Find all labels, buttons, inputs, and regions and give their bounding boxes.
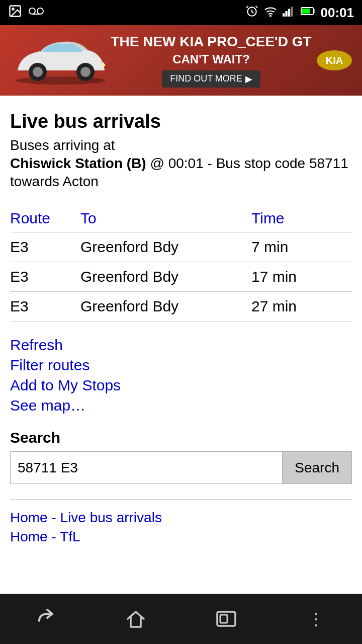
stop-code-label: - Bus stop code	[208, 155, 309, 171]
subtitle-text: Buses arriving at	[10, 137, 115, 153]
col-header-to: To	[80, 205, 251, 232]
ad-cta-arrow: ▶	[245, 73, 252, 85]
svg-point-2	[29, 8, 35, 14]
col-header-route: Route	[10, 205, 80, 232]
status-time: 00:01	[321, 5, 354, 21]
cell-time: 7 min	[251, 232, 352, 262]
svg-rect-10	[285, 11, 287, 17]
svg-point-19	[33, 67, 43, 77]
arrivals-table: Route To Time E3Greenford Bdy7 minE3Gree…	[10, 205, 352, 321]
page-title: Live bus arrivals	[10, 111, 352, 132]
alarm-icon	[245, 5, 258, 21]
cell-time: 17 min	[251, 262, 352, 292]
action-links: Refresh Filter routes Add to My Stops Se…	[10, 337, 352, 414]
cell-time: 27 min	[251, 292, 352, 321]
svg-line-6	[246, 6, 248, 8]
search-input[interactable]	[10, 451, 283, 484]
col-header-time: Time	[251, 205, 352, 232]
svg-rect-12	[291, 7, 293, 17]
cell-route: E3	[10, 232, 80, 262]
svg-point-3	[37, 8, 43, 14]
cell-route: E3	[10, 292, 80, 321]
ad-text-block: THE NEW KIA PRO_CEE'D GT CAN'T WAIT? FIN…	[111, 33, 312, 88]
status-right-icons: 00:01	[245, 5, 354, 21]
signal-icon	[283, 6, 296, 20]
voicemail-icon	[28, 6, 44, 20]
stop-at: @	[150, 155, 168, 171]
ad-cta-button[interactable]: FIND OUT MORE ▶	[162, 70, 260, 88]
footer-link[interactable]: Home - Live bus arrivals	[10, 510, 352, 526]
see-map-link[interactable]: See map…	[10, 397, 352, 414]
main-content: Live bus arrivals Buses arriving at Chis…	[0, 96, 362, 594]
stop-time: 00:01	[168, 155, 204, 171]
ad-subtitle: CAN'T WAIT?	[172, 52, 250, 66]
cell-to: Greenford Bdy	[80, 292, 251, 321]
wifi-icon	[263, 6, 278, 20]
subtitle: Buses arriving at	[10, 137, 352, 153]
ad-banner[interactable]: THE NEW KIA PRO_CEE'D GT CAN'T WAIT? FIN…	[0, 25, 362, 96]
svg-rect-23	[220, 615, 227, 623]
menu-button[interactable]: ⋮	[297, 604, 337, 634]
filter-routes-link[interactable]: Filter routes	[10, 357, 352, 374]
cell-route: E3	[10, 262, 80, 292]
divider	[10, 499, 352, 500]
status-left-icons	[8, 4, 44, 21]
menu-dots: ⋮	[308, 609, 326, 629]
add-to-stops-link[interactable]: Add to My Stops	[10, 377, 352, 394]
back-button[interactable]	[25, 604, 65, 634]
table-row: E3Greenford Bdy7 min	[10, 232, 352, 262]
svg-rect-16	[302, 9, 310, 14]
search-button[interactable]: Search	[283, 451, 352, 484]
svg-point-21	[80, 67, 90, 77]
search-label: Search	[10, 429, 352, 446]
cell-to: Greenford Bdy	[80, 232, 251, 262]
battery-icon	[301, 6, 316, 20]
svg-point-1	[12, 8, 14, 10]
svg-rect-9	[283, 13, 285, 17]
table-row: E3Greenford Bdy17 min	[10, 262, 352, 292]
svg-line-7	[255, 6, 257, 8]
table-header-row: Route To Time	[10, 205, 352, 232]
svg-point-8	[269, 16, 270, 17]
stop-name: Chiswick Station (B)	[10, 155, 146, 171]
direction: towards Acton	[10, 174, 352, 190]
footer-link[interactable]: Home - TfL	[10, 529, 352, 545]
search-section: Search Search	[10, 429, 352, 484]
table-row: E3Greenford Bdy27 min	[10, 292, 352, 321]
image-icon	[8, 4, 22, 21]
stop-line: Chiswick Station (B) @ 00:01 - Bus stop …	[10, 155, 352, 172]
ad-car-image	[10, 33, 111, 88]
cell-to: Greenford Bdy	[80, 262, 251, 292]
stop-code: 58711	[309, 155, 348, 171]
status-bar: 00:01	[0, 0, 362, 25]
ad-cta-label: FIND OUT MORE	[170, 73, 242, 84]
refresh-link[interactable]: Refresh	[10, 337, 352, 354]
svg-rect-11	[288, 9, 290, 17]
ad-logo: KIA	[317, 50, 352, 70]
footer-links: Home - Live bus arrivalsHome - TfL	[10, 510, 352, 545]
search-row: Search	[10, 451, 352, 484]
recents-button[interactable]	[206, 604, 246, 634]
bottom-nav: ⋮	[0, 594, 362, 644]
home-button[interactable]	[116, 604, 156, 634]
ad-title: THE NEW KIA PRO_CEE'D GT	[111, 33, 311, 50]
